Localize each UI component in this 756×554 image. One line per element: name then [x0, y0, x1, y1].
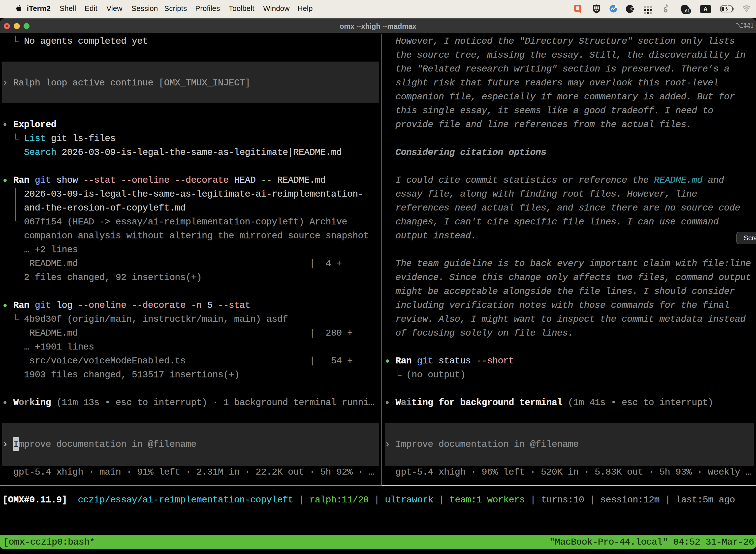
svg-text:1: 1 — [750, 22, 753, 29]
